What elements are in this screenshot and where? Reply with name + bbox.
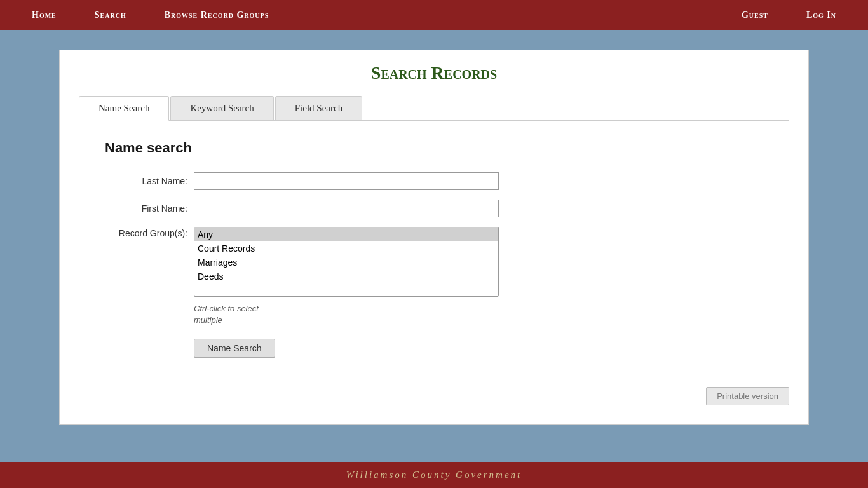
nav-browse[interactable]: Browse Record Groups bbox=[146, 3, 288, 28]
last-name-row: Last Name: bbox=[105, 172, 763, 190]
footer-text: Williamson County Government bbox=[346, 470, 522, 480]
printable-version-button[interactable]: Printable version bbox=[706, 387, 789, 405]
first-name-row: First Name: bbox=[105, 200, 763, 217]
nav-guest[interactable]: Guest bbox=[722, 3, 787, 28]
tab-name-search[interactable]: Name Search bbox=[79, 96, 169, 121]
nav-search[interactable]: Search bbox=[76, 3, 146, 28]
tab-field-search[interactable]: Field Search bbox=[275, 96, 362, 120]
record-group-row: Record Group(s): Any Court Records Marri… bbox=[105, 227, 763, 297]
footer: Williamson County Government bbox=[0, 462, 868, 488]
nav-right: Guest Log In bbox=[722, 3, 855, 28]
option-any[interactable]: Any bbox=[194, 227, 498, 241]
section-title: Name search bbox=[105, 140, 763, 156]
ctrl-hint: Ctrl-click to select multiple bbox=[194, 303, 270, 326]
content-box: Search Records Name Search Keyword Searc… bbox=[59, 50, 809, 425]
first-name-input[interactable] bbox=[194, 200, 499, 217]
option-deeds[interactable]: Deeds bbox=[194, 269, 498, 283]
option-court-records[interactable]: Court Records bbox=[194, 241, 498, 255]
tabs: Name Search Keyword Search Field Search bbox=[79, 96, 789, 121]
record-group-select[interactable]: Any Court Records Marriages Deeds bbox=[194, 227, 499, 297]
name-search-button[interactable]: Name Search bbox=[194, 339, 275, 358]
tab-keyword-search[interactable]: Keyword Search bbox=[170, 96, 273, 120]
name-search-tab-content: Name search Last Name: First Name: Recor… bbox=[79, 121, 789, 377]
nav-home[interactable]: Home bbox=[13, 3, 76, 28]
last-name-label: Last Name: bbox=[105, 176, 187, 186]
first-name-label: First Name: bbox=[105, 203, 187, 214]
record-group-label: Record Group(s): bbox=[105, 227, 187, 238]
nav-left: Home Search Browse Record Groups bbox=[13, 3, 722, 28]
nav-login[interactable]: Log In bbox=[787, 3, 855, 28]
main-wrapper: Search Records Name Search Keyword Searc… bbox=[0, 30, 868, 462]
printable-row: Printable version bbox=[79, 387, 789, 405]
top-navigation: Home Search Browse Record Groups Guest L… bbox=[0, 0, 868, 30]
last-name-input[interactable] bbox=[194, 172, 499, 190]
option-marriages[interactable]: Marriages bbox=[194, 255, 498, 269]
page-title: Search Records bbox=[79, 63, 789, 83]
